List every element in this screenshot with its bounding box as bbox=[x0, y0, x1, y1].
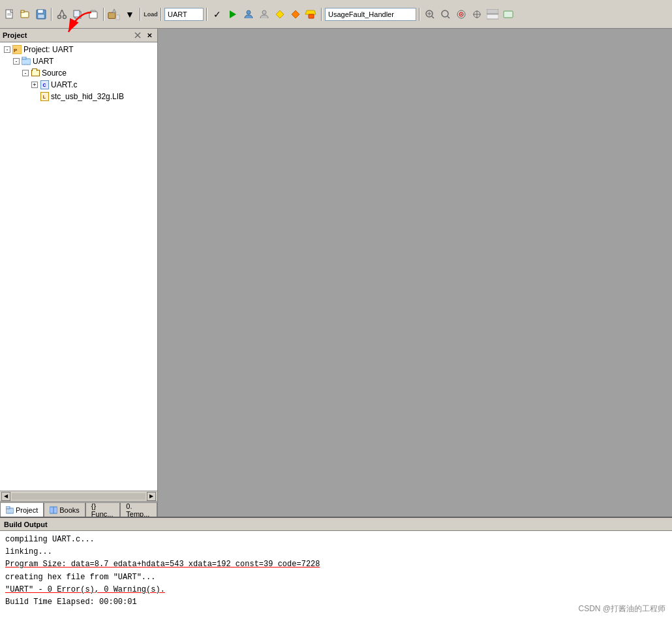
diamond2-button[interactable] bbox=[288, 7, 303, 22]
tab-project[interactable]: Project bbox=[0, 502, 44, 517]
expand-uart-c[interactable]: + bbox=[31, 82, 38, 88]
tab-books-label: Books bbox=[59, 506, 80, 514]
output-line-2: Program Size: data=8.7 edata+hdata=543 x… bbox=[5, 558, 667, 571]
svg-line-27 bbox=[432, 16, 434, 18]
build-dropdown-button[interactable]: ▼ bbox=[123, 7, 137, 22]
output-line-3: creating hex file from "UART"... bbox=[5, 571, 667, 584]
open-file-button[interactable] bbox=[18, 7, 33, 22]
download-button[interactable] bbox=[304, 7, 318, 22]
uart-node-icon bbox=[21, 56, 31, 67]
expand-source[interactable]: - bbox=[22, 70, 29, 76]
load-button[interactable]: Load bbox=[144, 7, 158, 22]
project-tree-scrollbar[interactable]: ◀ ▶ bbox=[0, 491, 157, 501]
tab-templates[interactable]: 0. Temp... bbox=[120, 502, 157, 517]
settings-button[interactable] bbox=[470, 7, 484, 22]
tab-functions[interactable]: {} Func... bbox=[85, 502, 120, 517]
expand-uart[interactable]: - bbox=[13, 58, 20, 65]
build-output-title: Build Output bbox=[4, 521, 48, 528]
tree-source-folder[interactable]: - Source bbox=[1, 67, 156, 79]
magnify-button[interactable] bbox=[438, 7, 453, 22]
main-layout: Project ✕ - P bbox=[0, 29, 672, 517]
svg-marker-22 bbox=[276, 10, 284, 18]
svg-marker-23 bbox=[292, 10, 299, 18]
expand-root[interactable]: - bbox=[4, 46, 10, 53]
scroll-right-button[interactable]: ▶ bbox=[147, 492, 156, 501]
check-button[interactable]: ✓ bbox=[210, 7, 224, 22]
uart-node-label: UART bbox=[33, 57, 53, 66]
svg-point-8 bbox=[58, 15, 61, 18]
separator-2 bbox=[103, 8, 104, 21]
project-root-label: Project: UART bbox=[23, 45, 73, 54]
svg-rect-7 bbox=[38, 14, 44, 18]
toolbar: ▼ Load UART ✓ bbox=[0, 0, 672, 29]
project-tabs: Project Books {} Func... 0. Temp... bbox=[0, 501, 157, 517]
cut-button[interactable] bbox=[55, 7, 69, 22]
tab-project-label: Project bbox=[16, 506, 38, 514]
tab-templates-label: 0. Temp... bbox=[126, 502, 151, 517]
svg-rect-40 bbox=[504, 11, 513, 18]
svg-line-31 bbox=[448, 16, 450, 18]
svg-marker-19 bbox=[230, 10, 236, 18]
svg-rect-47 bbox=[22, 57, 26, 59]
project-panel-header: Project ✕ bbox=[0, 29, 157, 42]
tree-uart-node[interactable]: - UART bbox=[1, 55, 156, 67]
svg-rect-16 bbox=[108, 12, 115, 18]
separator-7 bbox=[419, 8, 420, 21]
svg-marker-24 bbox=[305, 10, 316, 14]
build-output-header: Build Output bbox=[0, 518, 672, 531]
new-file-button[interactable] bbox=[3, 7, 17, 22]
close-panel-button[interactable]: ✕ bbox=[144, 30, 155, 40]
tab-books[interactable]: Books bbox=[44, 502, 85, 517]
diamond-button[interactable] bbox=[273, 7, 287, 22]
save-button[interactable] bbox=[34, 7, 48, 22]
paste-button[interactable] bbox=[86, 7, 100, 22]
grid-button[interactable] bbox=[485, 7, 500, 22]
uart-c-group-label: UART.c bbox=[51, 80, 77, 89]
build-output-content: compiling UART.c... linking... Program S… bbox=[0, 531, 672, 621]
lib-file-icon: L bbox=[39, 91, 50, 102]
project-panel: Project ✕ - P bbox=[0, 29, 158, 517]
books-tab-icon bbox=[50, 506, 57, 514]
output-line-5: Build Time Elapsed: 00:00:01 bbox=[5, 596, 667, 609]
separator-5 bbox=[206, 8, 207, 21]
tree-root[interactable]: - P Project: UART bbox=[1, 44, 156, 55]
person-button[interactable] bbox=[257, 7, 271, 22]
build-output-panel: Build Output compiling UART.c... linking… bbox=[0, 517, 672, 621]
svg-rect-6 bbox=[38, 10, 43, 13]
output-line-4: "UART" - 0 Error(s), 0 Warning(s). bbox=[5, 584, 667, 596]
copy-button[interactable] bbox=[70, 7, 85, 22]
scroll-track[interactable] bbox=[12, 493, 145, 500]
function-dropdown[interactable]: UsageFault_Handler bbox=[325, 8, 416, 21]
target-button[interactable] bbox=[454, 7, 468, 22]
project-label[interactable]: UART bbox=[164, 8, 204, 21]
svg-point-9 bbox=[63, 15, 67, 18]
extra-button[interactable] bbox=[501, 7, 515, 22]
csdn-watermark: CSDN @打酱油的工程师 bbox=[578, 603, 665, 614]
lib-spacer bbox=[31, 93, 38, 100]
separator-3 bbox=[140, 8, 141, 21]
uart-c-group-icon: C bbox=[39, 80, 50, 90]
editor-area bbox=[158, 29, 672, 517]
project-tree: - P Project: UART - UART bbox=[0, 42, 157, 491]
svg-rect-18 bbox=[116, 14, 119, 19]
separator-4 bbox=[160, 8, 162, 21]
pin-panel-button[interactable] bbox=[132, 30, 143, 40]
project-panel-title: Project bbox=[3, 31, 27, 39]
output-line-4-text: "UART" - 0 Error(s), 0 Warning(s). bbox=[5, 585, 165, 594]
add-person-button[interactable] bbox=[241, 7, 256, 22]
separator-6 bbox=[321, 8, 322, 21]
build-options-button[interactable] bbox=[107, 7, 121, 22]
tree-uart-c-group[interactable]: + C UART.c bbox=[1, 79, 156, 91]
run-button[interactable] bbox=[226, 7, 240, 22]
svg-point-20 bbox=[247, 10, 251, 14]
project-tab-icon bbox=[6, 506, 14, 514]
scroll-left-button[interactable]: ◀ bbox=[1, 492, 10, 501]
lib-file-label: stc_usb_hid_32g.LIB bbox=[51, 92, 124, 101]
svg-point-21 bbox=[262, 10, 266, 14]
output-line-1: linking... bbox=[5, 546, 667, 558]
separator-1 bbox=[51, 8, 52, 21]
zoom-button[interactable] bbox=[423, 7, 437, 22]
svg-rect-13 bbox=[74, 10, 80, 17]
tree-lib-file[interactable]: L stc_usb_hid_32g.LIB bbox=[1, 91, 156, 102]
project-root-icon: P bbox=[12, 44, 22, 55]
